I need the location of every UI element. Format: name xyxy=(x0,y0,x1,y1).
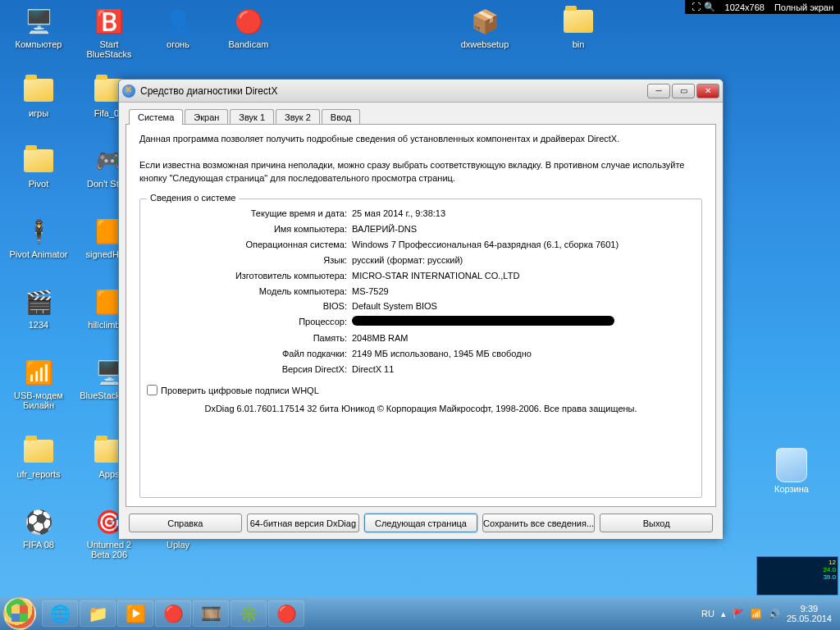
desktop-icon-label: огонь xyxy=(148,39,208,49)
taskbar-explorer[interactable]: 📁 xyxy=(80,600,116,627)
desktop-icon[interactable]: Pivot xyxy=(8,144,69,189)
system-value: 2149 МБ использовано, 1945 МБ свободно xyxy=(352,348,695,361)
system-row: Изготовитель компьютера:MICRO-STAR INTER… xyxy=(147,270,695,283)
tray-volume-icon[interactable]: 🔊 xyxy=(769,609,780,619)
desktop-icon-label: игры xyxy=(8,108,69,118)
desktop-icon-label: bin xyxy=(548,39,609,49)
tab-Система[interactable]: Система xyxy=(129,109,183,125)
tray-lang[interactable]: RU xyxy=(701,609,714,619)
tab-Ввод[interactable]: Ввод xyxy=(322,109,360,125)
next-page-button[interactable]: Следующая страница xyxy=(364,514,477,532)
intro-text-1: Данная программа позволяет получить подр… xyxy=(139,133,702,146)
system-value: DirectX 11 xyxy=(352,363,695,377)
whql-label[interactable]: Проверить цифровые подписи WHQL xyxy=(161,386,319,395)
system-key: Процессор: xyxy=(147,316,352,330)
desktop-icon-label: Компьютер xyxy=(8,39,69,49)
tray-date: 25.05.2014 xyxy=(787,614,832,623)
system-row: Процессор: xyxy=(147,316,695,330)
desktop-icon[interactable]: 🔴Bandicam xyxy=(218,5,279,49)
system-tray: RU ▴ 🚩 📶 🔊 9:39 25.05.2014 xyxy=(701,604,837,623)
titlebar[interactable]: Средство диагностики DirectX ─ ▭ ✕ xyxy=(119,80,723,103)
dxdiag-icon xyxy=(122,84,135,98)
screen-overlay: ⛶ 🔍 840x630 Полный экран xyxy=(685,0,840,14)
desktop-icon[interactable]: 🅱️Start BlueStacks xyxy=(79,5,139,59)
taskbar-bandicam[interactable]: 🔴 xyxy=(268,600,304,627)
desktop-icon-label: Pivot xyxy=(8,179,69,189)
taskbar-ie[interactable]: 🌐 xyxy=(42,600,78,627)
tab-Звук 1[interactable]: Звук 1 xyxy=(230,109,274,125)
desktop-icon-label: dxwebsetup xyxy=(454,39,515,49)
desktop-icon[interactable]: bin xyxy=(548,5,609,49)
desktop-icon[interactable]: 🎬1234 xyxy=(8,285,69,330)
system-key: Версия DirectX: xyxy=(147,363,352,377)
system-row: Имя компьютера:ВАЛЕРИЙ-DNS xyxy=(147,223,695,236)
minimize-button[interactable]: ─ xyxy=(647,84,670,98)
system-row: Язык:русский (формат: русский) xyxy=(147,254,695,267)
window-controls: ─ ▭ ✕ xyxy=(647,84,719,98)
exit-button[interactable]: Выход xyxy=(600,514,713,532)
system-value: Windows 7 Профессиональная 64-разрядная … xyxy=(352,239,695,252)
trash-icon xyxy=(776,448,807,482)
system-value: Default System BIOS xyxy=(352,300,695,313)
button-row: Справка 64-битная версия DxDiag Следующа… xyxy=(126,507,716,532)
save-all-button[interactable]: Сохранить все сведения... xyxy=(482,514,596,532)
64bit-button[interactable]: 64-битная версия DxDiag xyxy=(247,514,360,532)
system-value: 25 мая 2014 г., 9:38:13 xyxy=(352,208,695,221)
redacted-bar xyxy=(352,316,614,326)
close-button[interactable]: ✕ xyxy=(696,84,719,98)
desktop-icon-label: FIFA 08 xyxy=(8,540,69,550)
window-body: СистемаЭкранЗвук 1Звук 2Ввод Данная прог… xyxy=(119,103,723,539)
system-value: ВАЛЕРИЙ-DNS xyxy=(352,223,695,236)
system-key: Память: xyxy=(147,332,352,345)
recycle-bin-label: Корзина xyxy=(761,484,822,494)
tray-arrow-icon[interactable]: ▴ xyxy=(721,609,726,619)
taskbar-opera[interactable]: 🔴 xyxy=(155,600,191,627)
taskbar-media[interactable]: ▶️ xyxy=(117,600,153,627)
taskbar-app1[interactable]: 🎞️ xyxy=(193,600,229,627)
desktop-icon[interactable]: 🕴️Pivot Animator xyxy=(8,215,69,259)
window-title: Средство диагностики DirectX xyxy=(140,85,647,97)
help-button[interactable]: Справка xyxy=(129,514,242,532)
system-key: Изготовитель компьютера: xyxy=(147,270,352,283)
footer-line: DxDiag 6.01.7601.17514 32 бита Юникод © … xyxy=(147,404,695,413)
system-key: Файл подкачки: xyxy=(147,348,352,361)
desktop-icon[interactable]: ⚽FIFA 08 xyxy=(8,505,69,550)
system-value xyxy=(352,316,695,330)
overlay-resolution: 840x630 xyxy=(725,2,765,12)
desktop-icon-label: Pivot Animator xyxy=(8,249,69,259)
maximize-button[interactable]: ▭ xyxy=(672,84,695,98)
tab-Звук 2[interactable]: Звук 2 xyxy=(276,109,320,125)
perf-monitor[interactable]: 12 24.0 39.0 xyxy=(756,556,838,596)
system-row: Память:2048MB RAM xyxy=(147,332,695,345)
system-value: 2048MB RAM xyxy=(352,332,695,345)
tray-clock[interactable]: 9:39 25.05.2014 xyxy=(787,604,832,623)
system-key: Язык: xyxy=(147,254,352,267)
taskbar-dxdiag[interactable]: ✳️ xyxy=(231,600,267,627)
desktop-icon-label: USB-модем Билайн xyxy=(8,390,69,410)
system-key: Модель компьютера: xyxy=(147,285,352,299)
start-button[interactable] xyxy=(3,597,36,630)
desktop-icon-label: Uplay xyxy=(148,540,208,550)
system-value: MS-7529 xyxy=(352,285,695,299)
desktop-icon[interactable]: 🖥️Компьютер xyxy=(8,5,69,49)
overlay-mode: Полный экран xyxy=(774,2,833,12)
system-key: Имя компьютера: xyxy=(147,223,352,236)
desktop-icon[interactable]: ufr_reports xyxy=(8,435,69,479)
tray-time: 9:39 xyxy=(787,604,832,614)
system-row: Модель компьютера:MS-7529 xyxy=(147,285,695,299)
desktop-icon[interactable]: 👤огонь xyxy=(148,5,208,49)
desktop-icon-label: 1234 xyxy=(8,320,69,330)
system-row: BIOS:Default System BIOS xyxy=(147,300,695,313)
desktop-icon[interactable]: 📶USB-модем Билайн xyxy=(8,356,69,410)
taskbar: 🌐 📁 ▶️ 🔴 🎞️ ✳️ 🔴 RU ▴ 🚩 📶 🔊 9:39 25.05.2… xyxy=(0,597,840,630)
system-info-legend: Сведения о системе xyxy=(147,193,239,203)
desktop-icon[interactable]: 📦dxwebsetup xyxy=(454,5,515,49)
system-row: Операционная система:Windows 7 Профессио… xyxy=(147,239,695,252)
tab-Экран[interactable]: Экран xyxy=(185,109,228,125)
recycle-bin[interactable]: Корзина xyxy=(761,448,822,494)
whql-checkbox[interactable] xyxy=(147,385,158,395)
desktop-icon[interactable]: игры xyxy=(8,74,69,118)
tray-flag-icon[interactable]: 🚩 xyxy=(733,609,744,619)
tab-content: Данная программа позволяет получить подр… xyxy=(126,124,716,507)
tray-network-icon[interactable]: 📶 xyxy=(751,609,762,619)
